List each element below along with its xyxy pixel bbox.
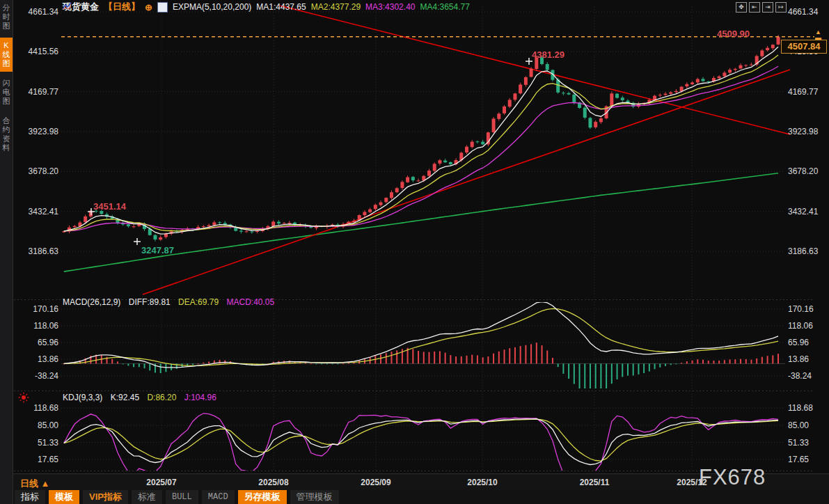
axis-label: 51.33 xyxy=(788,438,829,448)
chart-canvas[interactable] xyxy=(0,0,829,504)
date-label: 2025/10 xyxy=(467,478,497,487)
toolbar-tab[interactable]: BULL xyxy=(166,490,198,504)
toolbar-tab[interactable]: 模板 xyxy=(49,490,79,504)
axis-label: 118.68 xyxy=(15,403,58,413)
macd-value: MACD:40.05 xyxy=(226,297,274,307)
axis-label: 4661.34 xyxy=(788,7,829,17)
bottom-toolbar: 指标模板VIP指标标准BULLMACD另存模板管理模板 xyxy=(13,490,829,504)
kdj-name[interactable]: KDJ(9,3,3) xyxy=(63,393,102,402)
axis-label: 4169.77 xyxy=(788,87,829,97)
kdj-k-value: K:92.45 xyxy=(111,393,139,402)
chart-toolbar: ✥⇤⇥↦ xyxy=(736,2,787,13)
axis-label: 170.16 xyxy=(788,304,829,314)
toolbar-tab[interactable]: 管理模板 xyxy=(290,490,339,504)
toolbar-tab[interactable]: MACD xyxy=(202,490,235,504)
zoom-in-icon[interactable]: ⇥ xyxy=(762,2,773,13)
axis-label: 51.33 xyxy=(15,438,58,448)
indicator-name[interactable]: EXPMA(5,10,20,200) xyxy=(173,2,251,12)
date-label: 2025/07 xyxy=(146,478,176,487)
date-label: 2025/08 xyxy=(258,478,288,487)
ma4-value: MA4:3654.77 xyxy=(420,2,469,12)
axis-label: -38.24 xyxy=(15,371,58,381)
session-high-label: 4509.90 xyxy=(717,29,750,39)
indicator-chart-icon xyxy=(157,2,168,13)
period-badge[interactable]: 【日线】 xyxy=(104,1,140,13)
axis-label: 4415.56 xyxy=(15,47,58,56)
date-label: 2025/09 xyxy=(361,478,390,487)
add-compare-icon[interactable]: ⊕ xyxy=(145,2,152,13)
chart-header: 现货黄金 【日线】 ⊕ EXPMA(5,10,20,200) MA1:4437.… xyxy=(63,1,470,13)
june-high-label: 3451.14 xyxy=(93,201,126,212)
peak-price-label: 4381.29 xyxy=(532,49,564,60)
axis-label: 3678.20 xyxy=(15,166,58,176)
macd-diff-value: DIFF:89.81 xyxy=(129,297,171,307)
sidebar-tab-2[interactable]: K 线 图 xyxy=(0,38,13,72)
axis-label: 85.00 xyxy=(788,420,829,430)
watermark: FX678 xyxy=(699,465,766,490)
axis-label: 4661.34 xyxy=(15,7,58,17)
june-low-label: 3247.87 xyxy=(141,245,174,255)
price-up-arrow-icon: ▲▬ xyxy=(815,29,821,40)
trading-app-window: 分 时 图K 线 图闪 电 图合 约 资 料 现货黄金 【日线】 ⊕ EXPMA… xyxy=(0,0,829,504)
axis-label: 3432.41 xyxy=(15,207,58,216)
sidebar-tab-4[interactable]: 合 约 资 料 xyxy=(0,113,13,156)
axis-label: 3923.98 xyxy=(788,127,829,136)
axis-label: 65.96 xyxy=(15,338,58,347)
kdj-j-value: J:104.96 xyxy=(184,393,216,402)
sidebar-tab-3[interactable]: 闪 电 图 xyxy=(0,75,13,109)
axis-label: 118.06 xyxy=(15,321,58,331)
period-selector[interactable]: 日线 ▲ xyxy=(20,478,49,490)
axis-label: 3186.63 xyxy=(788,246,829,256)
axis-label: -38.24 xyxy=(788,371,829,381)
axis-label: 13.86 xyxy=(788,354,829,364)
axis-label: 3186.63 xyxy=(15,246,58,256)
zoom-out-icon[interactable]: ⇤ xyxy=(749,2,760,13)
axis-label: 3923.98 xyxy=(15,127,58,136)
axis-label: 13.86 xyxy=(15,354,58,364)
axis-label: 118.06 xyxy=(788,321,829,331)
ma3-value: MA3:4302.40 xyxy=(365,2,415,12)
toolbar-tab[interactable]: 标准 xyxy=(132,490,162,504)
axis-label: 17.65 xyxy=(15,455,58,464)
axis-label: 17.65 xyxy=(788,455,829,464)
ma2-value: MA2:4377.29 xyxy=(311,2,361,12)
ma1-value: MA1:4437.65 xyxy=(256,2,306,12)
macd-name[interactable]: MACD(26,12,9) xyxy=(63,297,120,307)
axis-label: 4169.77 xyxy=(15,87,58,97)
date-label: 2025/11 xyxy=(580,478,610,487)
sidebar-tab-1[interactable]: 分 时 图 xyxy=(0,0,13,34)
toolbar-tab[interactable]: VIP指标 xyxy=(83,490,128,504)
last-price-tag: 4507.84 xyxy=(781,40,827,54)
kdj-header: KDJ(9,3,3) K:92.45 D:86.20 J:104.96 xyxy=(63,393,222,402)
toolbar-tab[interactable]: 另存模板 xyxy=(238,490,287,504)
axis-label: 85.00 xyxy=(15,420,58,430)
axis-label: 3432.41 xyxy=(788,207,829,216)
axis-label: 65.96 xyxy=(788,338,829,347)
axis-label: 170.16 xyxy=(15,304,58,314)
pan-right-icon[interactable]: ↦ xyxy=(775,2,787,13)
macd-header: MACD(26,12,9) DIFF:89.81 DEA:69.79 MACD:… xyxy=(63,297,280,307)
move-chart-icon[interactable]: ✥ xyxy=(736,2,747,13)
axis-label: 3678.20 xyxy=(788,166,829,176)
kdj-d-value: D:86.20 xyxy=(147,393,176,402)
axis-label: 118.68 xyxy=(788,403,829,413)
macd-dea-value: DEA:69.79 xyxy=(178,297,219,307)
toolbar-tab[interactable]: 指标 xyxy=(15,490,45,504)
sidebar: 分 时 图K 线 图闪 电 图合 约 资 料 xyxy=(0,0,13,504)
